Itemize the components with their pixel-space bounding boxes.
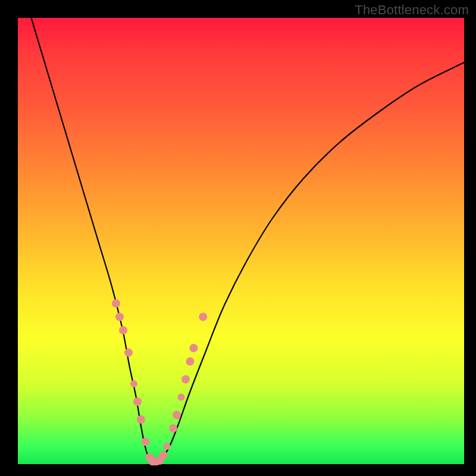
data-marker [190, 344, 198, 352]
data-marker [142, 438, 150, 446]
data-marker [178, 394, 185, 401]
data-marker [137, 415, 145, 424]
data-marker [169, 424, 177, 433]
data-marker [199, 313, 207, 321]
data-marker [133, 397, 142, 406]
data-marker [181, 375, 190, 384]
plot-area [18, 18, 464, 464]
data-marker [159, 451, 168, 459]
data-marker [124, 349, 133, 357]
chart-frame: TheBottleneck.com [0, 0, 476, 476]
data-marker [119, 326, 127, 334]
data-marker [112, 299, 120, 308]
data-marker [173, 411, 181, 419]
curve-svg [18, 18, 464, 464]
data-marker [164, 443, 171, 450]
watermark-text: TheBottleneck.com [355, 2, 469, 18]
data-marker [130, 380, 137, 387]
bottleneck-curve [32, 18, 465, 463]
data-marker [186, 358, 195, 366]
data-marker [115, 313, 124, 321]
